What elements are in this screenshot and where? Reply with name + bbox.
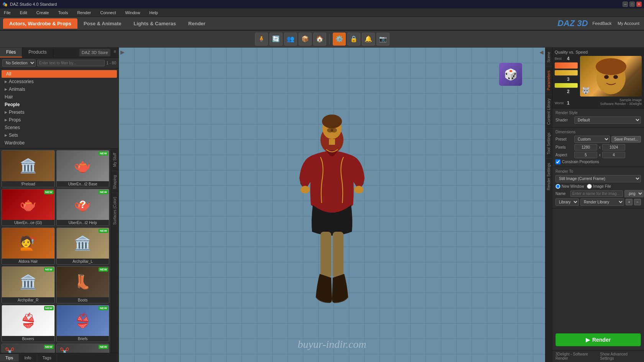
close-button[interactable]: ✕ — [636, 2, 642, 7]
vtab-tool-settings[interactable]: Tool Settings — [545, 128, 552, 158]
bottom-tab-info[interactable]: Info — [19, 354, 37, 362]
grid-item-aldorahair[interactable]: 💇 Aldora Hair — [2, 228, 55, 265]
feedback-link[interactable]: FeedBack — [591, 20, 613, 26]
grid-item-preload[interactable]: 🏛️ !Preload — [2, 150, 55, 187]
menu-create[interactable]: Create — [35, 10, 51, 16]
advanced-settings-button[interactable]: Show Advanced Settings — [600, 352, 641, 360]
maximize-button[interactable]: □ — [629, 2, 635, 7]
sidebar-item-accessories[interactable]: ▶ Accessories — [0, 78, 118, 85]
account-link[interactable]: My Account — [616, 20, 641, 26]
sidebar-item-all[interactable]: All — [2, 70, 117, 78]
sidebar-item-hair[interactable]: Hair — [0, 93, 118, 101]
menu-file[interactable]: File — [2, 10, 12, 16]
sidebar-item-props[interactable]: ▶ Props — [0, 116, 118, 124]
tool-move[interactable]: 🔄 — [269, 33, 283, 46]
vtab-render-settings[interactable]: Render Settings — [545, 159, 552, 194]
side-tab-shaping[interactable]: Shaping — [112, 171, 118, 193]
tab-pose[interactable]: Pose & Animate — [77, 18, 128, 29]
minimize-button[interactable]: ─ — [623, 2, 628, 7]
library-select[interactable]: Library — [555, 198, 579, 206]
vtab-parameters[interactable]: Parameters — [545, 66, 552, 94]
save-preset-button[interactable]: Save Preset... — [611, 136, 641, 143]
tool-camera[interactable]: 📷 — [376, 33, 389, 46]
vtab-content-library[interactable]: Content Library — [545, 94, 552, 128]
face-svg — [592, 57, 630, 95]
lib-add-button[interactable]: + — [626, 199, 632, 205]
viewport-collapse-right[interactable]: ◀ — [539, 49, 544, 55]
grid-item-camera2[interactable]: 📷 ✂️ NEW Camera2 — [56, 344, 110, 353]
preset-select[interactable]: Custom — [574, 136, 610, 143]
tool-notify[interactable]: 🔔 — [362, 33, 375, 46]
tool-pose[interactable]: ⚙️ — [333, 33, 346, 46]
side-tab-surfaces[interactable]: Surfaces (Color) — [112, 193, 118, 229]
tool-group[interactable]: 👥 — [284, 33, 297, 46]
bottom-tab-tags[interactable]: Tags — [37, 354, 57, 362]
svg-point-13 — [613, 75, 618, 79]
tab-products[interactable]: Products — [22, 48, 53, 57]
sidebar-item-sets[interactable]: ▶ Sets — [0, 131, 118, 139]
search-input[interactable] — [37, 60, 105, 66]
grid-item-camera1[interactable]: 📷 ✂️ NEW Camera1 — [2, 344, 55, 353]
brand-logo: DAZ 3D — [557, 18, 588, 28]
viewport-cube[interactable]: 🎲 — [499, 63, 522, 86]
sidebar-item-animals[interactable]: ▶ Animals — [0, 85, 118, 93]
viewport-content[interactable]: 🎲 buyur-indir.com ◀ ▶ — [119, 48, 545, 362]
menu-help[interactable]: Help — [148, 10, 160, 16]
menu-bar: File Edit Create Tools Render Connect Wi… — [0, 8, 644, 17]
image-file-option[interactable]: Image File — [587, 184, 611, 189]
new-badge: NEW — [99, 345, 108, 349]
sidebar-item-wardrobe[interactable]: Wardrobe — [0, 139, 118, 147]
grid-item-uberhelp[interactable]: 🫖 ? NEW UberEn...t2 Help — [56, 189, 110, 226]
grid-item-archpillar-r[interactable]: 🏛️ NEW Archpillar_R — [2, 266, 55, 303]
aspect-width-input[interactable] — [574, 152, 597, 158]
aspect-height-input[interactable] — [602, 152, 625, 158]
new-window-option[interactable]: New Window — [555, 184, 584, 189]
menu-tools[interactable]: Tools — [57, 10, 70, 16]
tab-actors[interactable]: Actors, Wardrobe & Props — [3, 18, 77, 29]
tab-lights[interactable]: Lights & Cameras — [128, 18, 182, 29]
tool-select[interactable]: 🧍 — [255, 33, 268, 46]
grid-item-briefs[interactable]: 👙 NEW Briefs — [56, 305, 110, 342]
library-row: Library Render Library + − — [555, 198, 641, 206]
selection-dropdown[interactable]: No Selection — [2, 59, 36, 67]
name-input[interactable] — [570, 190, 623, 197]
grid-item-uberce[interactable]: 🫖 NEW UberEn...ce (Gl) — [2, 189, 55, 226]
tool-prop[interactable]: 📦 — [299, 33, 312, 46]
lib-remove-button[interactable]: − — [634, 199, 641, 205]
viewport-collapse-left[interactable]: ▶ — [120, 49, 125, 55]
render-to-select[interactable]: Still Image (Current Frame) — [555, 175, 641, 182]
image-file-radio[interactable] — [587, 184, 592, 189]
menu-connect[interactable]: Connect — [99, 10, 118, 16]
grid-area: 🏛️ !Preload 🫖 NEW UberEn...t2 Base — [0, 149, 118, 353]
sidebar-item-people[interactable]: People — [0, 101, 118, 108]
side-tab-mystuff[interactable]: My Stuff — [112, 149, 118, 171]
sidebar-item-presets[interactable]: ▶ Presets — [0, 108, 118, 116]
sidebar-item-scenes[interactable]: Scenes — [0, 124, 118, 131]
grid-item-boots[interactable]: 👢 NEW Boots — [56, 266, 110, 303]
daz-store-btn[interactable]: DAZ 3D Store — [79, 49, 110, 56]
main-content: Files Products DAZ 3D Store ≡ No Selecti… — [0, 48, 644, 362]
grid-item-boxers[interactable]: 👙 NEW Boxers — [2, 305, 55, 342]
render-library-select[interactable]: Render Library — [580, 198, 624, 206]
file-ext-select[interactable]: .png .jpg — [624, 190, 644, 197]
menu-window[interactable]: Window — [123, 10, 141, 16]
tool-lock[interactable]: 🔒 — [347, 33, 360, 46]
tab-render[interactable]: Render — [182, 18, 212, 29]
new-window-radio[interactable] — [555, 184, 560, 189]
pixels-height-input[interactable] — [602, 144, 625, 151]
tab-files[interactable]: Files — [0, 48, 22, 57]
menu-render[interactable]: Render — [76, 10, 92, 16]
new-badge: NEW — [44, 267, 54, 272]
pixels-width-input[interactable] — [574, 144, 597, 151]
tool-scene[interactable]: 🏠 — [313, 33, 326, 46]
shader-select[interactable]: Default — [574, 116, 641, 124]
constrain-checkbox[interactable] — [555, 159, 560, 164]
vtab-scene[interactable]: Scene — [545, 48, 552, 66]
grid-item-archpillar-l[interactable]: 🏛️ NEW Archpillar_L — [56, 228, 110, 265]
render-button[interactable]: ▶ Render — [555, 333, 641, 346]
grid-thumb: 👙 NEW — [57, 305, 109, 336]
menu-edit[interactable]: Edit — [18, 10, 29, 16]
bottom-tab-tips[interactable]: Tips — [0, 354, 19, 362]
panel-menu-btn[interactable]: ≡ — [112, 48, 118, 57]
grid-item-uberbase[interactable]: 🫖 NEW UberEn...t2 Base — [56, 150, 110, 187]
